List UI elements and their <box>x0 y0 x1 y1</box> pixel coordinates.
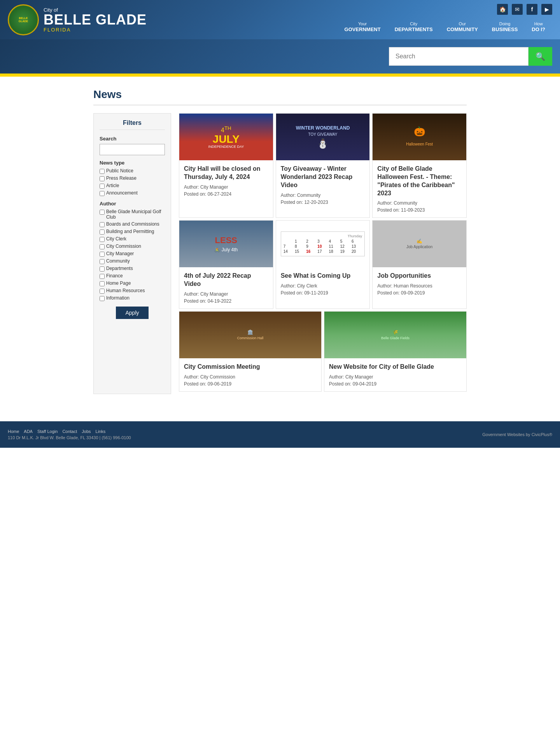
filter-departments[interactable]: Departments <box>100 266 165 272</box>
footer-link-ada[interactable]: ADA <box>24 429 33 434</box>
news-title-1: City Hall will be closed on Thursday, Ju… <box>184 165 268 181</box>
social-icons: 🏠 ✉ f ▶ <box>497 4 552 15</box>
news-title-3: City of Belle Glade Halloween Fest. - Th… <box>377 165 462 197</box>
checkbox-city-manager[interactable] <box>100 252 105 257</box>
content-layout: Filters Search News type Public Notice P… <box>93 113 467 394</box>
nav-your-government[interactable]: Your GOVERNMENT <box>338 19 388 35</box>
checkbox-city-commission[interactable] <box>100 244 105 249</box>
checkbox-announcement[interactable] <box>100 191 105 196</box>
footer-address: 110 Dr M.L.K. Jr Blvd W. Belle Glade, FL… <box>8 435 131 440</box>
checkbox-boards-commissions[interactable] <box>100 222 105 227</box>
home-icon[interactable]: 🏠 <box>497 4 508 15</box>
search-filter-label: Search <box>100 136 165 142</box>
news-row-1: 4TH JULY INDEPENDENCE DAY City Hall will… <box>179 113 467 218</box>
nav-city-departments[interactable]: City DEPARTMENTS <box>388 19 440 35</box>
filter-city-commission[interactable]: City Commission <box>100 244 165 249</box>
filter-article[interactable]: Article <box>100 183 165 189</box>
news-date-4: Posted on: 04-19-2022 <box>184 298 268 304</box>
page-title: News <box>93 88 467 105</box>
filter-city-clerk[interactable]: City Clerk <box>100 236 165 242</box>
nav-how-do-i[interactable]: How DO I? <box>525 19 552 35</box>
header-nav: 🏠 ✉ f ▶ Your GOVERNMENT City DEPARTMENTS… <box>338 4 552 35</box>
news-title-6: Job Opportunities <box>377 272 462 280</box>
news-title-8: New Website for City of Belle Glade <box>329 363 462 371</box>
checkbox-departments[interactable] <box>100 266 105 272</box>
header-title: City of BELLE GLADE FLORIDA <box>44 7 147 33</box>
filter-information[interactable]: Information <box>100 295 165 301</box>
filter-city-manager[interactable]: City Manager <box>100 251 165 257</box>
checkbox-community[interactable] <box>100 259 105 264</box>
checkbox-city-clerk[interactable] <box>100 237 105 242</box>
apply-button[interactable]: Apply <box>116 307 148 319</box>
filter-community[interactable]: Community <box>100 258 165 264</box>
news-title-2: Toy Giveaway - Winter Wonderland 2023 Re… <box>281 165 365 189</box>
city-name: BELLE GLADE <box>44 13 147 27</box>
checkbox-information[interactable] <box>100 296 105 301</box>
news-image-5: Thursday 123456 78910111213 141516171819… <box>276 221 370 267</box>
news-date-2: Posted on: 12-20-2023 <box>281 200 365 205</box>
filter-boards-commissions[interactable]: Boards and Commissions <box>100 221 165 227</box>
news-author-4: Author: City Manager <box>184 291 268 297</box>
filter-belle-glade-golf[interactable]: Belle Glade Municipal Golf Club <box>100 209 165 220</box>
state-label: FLORIDA <box>44 27 147 33</box>
news-card-3[interactable]: 🎃Halloween Fest City of Belle Glade Hall… <box>372 113 467 218</box>
checkbox-human-resources[interactable] <box>100 289 105 294</box>
news-card-6[interactable]: ✍️Job Application Job Opportunities Auth… <box>372 220 467 309</box>
filter-press-release[interactable]: Press Release <box>100 175 165 181</box>
email-icon[interactable]: ✉ <box>512 4 523 15</box>
filters-title: Filters <box>100 119 165 130</box>
footer-link-links[interactable]: Links <box>96 429 106 434</box>
checkbox-article[interactable] <box>100 184 105 189</box>
filter-human-resources[interactable]: Human Resources <box>100 288 165 294</box>
filter-home-page[interactable]: Home Page <box>100 280 165 286</box>
news-image-8: 🌾Belle Glade Fields <box>324 312 466 358</box>
facebook-icon[interactable]: f <box>527 4 537 15</box>
news-author-8: Author: City Manager <box>329 374 462 380</box>
nav-our-community[interactable]: Our COMMUNITY <box>440 19 485 35</box>
news-card-4[interactable]: LESS 🚴 July 4th 4th of July 2022 Recap V… <box>179 220 273 309</box>
news-row-3: 🏛️Commission Hall City Commission Meetin… <box>179 311 467 392</box>
footer-link-staff-login[interactable]: Staff Login <box>37 429 58 434</box>
filter-building-permitting[interactable]: Building and Permitting <box>100 229 165 235</box>
footer-link-home[interactable]: Home <box>8 429 19 434</box>
search-button[interactable]: 🔍 <box>528 47 552 66</box>
site-footer: Home ADA Staff Login Contact Jobs Links … <box>0 421 560 448</box>
news-image-6: ✍️Job Application <box>373 221 466 267</box>
filter-search-input[interactable] <box>100 144 165 155</box>
checkbox-finance[interactable] <box>100 274 105 279</box>
filter-announcement[interactable]: Announcement <box>100 190 165 196</box>
checkbox-public-notice[interactable] <box>100 169 105 174</box>
news-card-2[interactable]: WINTER WONDERLAND TOY GIVEAWAY ⛄ Toy Giv… <box>276 113 370 218</box>
news-image-7: 🏛️Commission Hall <box>179 312 321 358</box>
checkbox-home-page[interactable] <box>100 281 105 286</box>
filter-public-notice[interactable]: Public Notice <box>100 168 165 174</box>
news-date-6: Posted on: 09-09-2019 <box>377 290 462 296</box>
search-input[interactable] <box>389 47 528 66</box>
news-author-2: Author: Community <box>281 193 365 198</box>
city-logo[interactable]: BELLEGLADE <box>8 4 39 35</box>
news-date-1: Posted on: 06-27-2024 <box>184 191 268 197</box>
footer-link-contact[interactable]: Contact <box>62 429 77 434</box>
checkbox-press-release[interactable] <box>100 176 105 181</box>
news-author-6: Author: Human Resources <box>377 283 462 289</box>
news-card-7[interactable]: 🏛️Commission Hall City Commission Meetin… <box>179 311 322 392</box>
footer-left: Home ADA Staff Login Contact Jobs Links … <box>8 429 131 440</box>
footer-link-jobs[interactable]: Jobs <box>82 429 91 434</box>
search-section: 🔍 <box>0 39 560 74</box>
news-image-1: 4TH JULY INDEPENDENCE DAY <box>179 114 273 160</box>
news-title-5: See What is Coming Up <box>281 272 365 280</box>
checkbox-building-permitting[interactable] <box>100 230 105 235</box>
header-left: BELLEGLADE City of BELLE GLADE FLORIDA <box>8 4 147 35</box>
news-card-8[interactable]: 🌾Belle Glade Fields New Website for City… <box>324 311 467 392</box>
checkbox-belle-glade-golf[interactable] <box>100 210 105 215</box>
news-image-4: LESS 🚴 July 4th <box>179 221 273 267</box>
youtube-icon[interactable]: ▶ <box>541 4 552 15</box>
filter-finance[interactable]: Finance <box>100 273 165 279</box>
news-title-4: 4th of July 2022 Recap Video <box>184 272 268 288</box>
nav-doing-business[interactable]: Doing BUSINESS <box>485 19 525 35</box>
news-card-5[interactable]: Thursday 123456 78910111213 141516171819… <box>276 220 370 309</box>
news-card-1[interactable]: 4TH JULY INDEPENDENCE DAY City Hall will… <box>179 113 273 218</box>
main-nav: Your GOVERNMENT City DEPARTMENTS Our COM… <box>338 19 552 35</box>
search-icon: 🔍 <box>536 52 545 61</box>
news-date-5: Posted on: 09-11-2019 <box>281 290 365 296</box>
